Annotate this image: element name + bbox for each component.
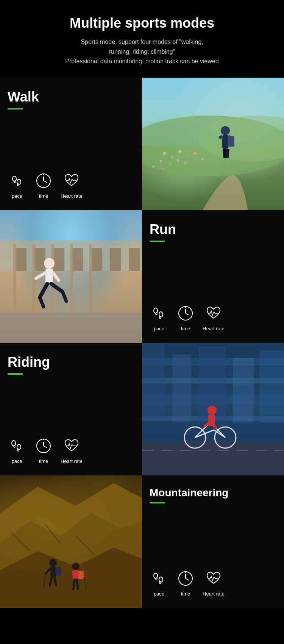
sports-grid: Walk pace time	[0, 78, 284, 608]
walk-divider	[8, 108, 23, 109]
walk-time-label: time	[39, 193, 48, 199]
heart-rate-icon-riding	[62, 436, 81, 455]
mountaineering-heartrate-item: Heart rate	[203, 569, 225, 597]
run-pace-label: pace	[154, 326, 164, 331]
riding-title: Riding	[8, 354, 134, 370]
svg-rect-113	[78, 571, 84, 579]
svg-line-59	[186, 313, 189, 315]
footsteps-icon-riding	[8, 436, 27, 455]
riding-pace-item: pace	[8, 436, 27, 464]
run-pace-item: pace	[150, 304, 169, 331]
mountaineering-pace-label: pace	[154, 591, 164, 597]
svg-line-67	[44, 446, 47, 448]
svg-line-111	[73, 580, 75, 589]
svg-rect-44	[0, 313, 142, 343]
mountaineering-divider	[150, 502, 165, 503]
svg-line-109	[73, 572, 74, 580]
svg-rect-24	[222, 135, 228, 148]
svg-point-23	[221, 126, 230, 135]
svg-point-18	[169, 163, 172, 166]
svg-rect-36	[91, 248, 102, 271]
clock-icon-riding	[34, 436, 53, 455]
mountaineering-title: Mountaineering	[150, 487, 276, 499]
mountaineering-heartrate-label: Heart rate	[203, 591, 225, 597]
heart-rate-icon-mountain	[204, 569, 223, 588]
walk-pace-label: pace	[12, 193, 22, 199]
svg-point-21	[152, 166, 154, 168]
run-image	[0, 210, 142, 343]
svg-point-13	[178, 150, 181, 153]
footsteps-icon-run	[150, 304, 169, 323]
svg-rect-35	[72, 248, 83, 271]
svg-rect-78	[259, 350, 284, 422]
svg-point-22	[161, 167, 164, 170]
riding-heartrate-label: Heart rate	[61, 458, 83, 464]
mountain-image	[0, 475, 142, 608]
walk-heartrate-item: Heart rate	[61, 171, 83, 199]
riding-time-item: time	[34, 436, 53, 464]
svg-rect-42	[70, 244, 73, 313]
walk-title: Walk	[8, 89, 134, 105]
svg-line-102	[55, 568, 56, 576]
svg-rect-105	[56, 567, 61, 575]
run-divider	[150, 241, 165, 242]
svg-rect-39	[13, 244, 16, 313]
riding-image	[142, 343, 284, 475]
run-icons-row: pace time Heart rate	[150, 304, 276, 331]
walk-info-cell: Walk pace time	[0, 78, 142, 210]
svg-point-17	[160, 160, 162, 162]
svg-rect-29	[228, 136, 234, 147]
svg-point-15	[193, 152, 197, 155]
svg-line-112	[77, 580, 78, 589]
svg-rect-46	[45, 269, 53, 284]
mountaineering-icons-row: pace time Heart rate	[150, 569, 276, 597]
footsteps-icon	[8, 171, 27, 190]
svg-rect-79	[142, 441, 284, 475]
riding-icons-row: pace time Heart rate	[8, 436, 134, 464]
footsteps-icon-mountain	[150, 569, 169, 588]
svg-point-20	[184, 161, 187, 164]
mountaineering-info-cell: Mountaineering pace time	[142, 475, 284, 608]
run-time-item: time	[176, 304, 195, 331]
run-heartrate-item: Heart rate	[203, 304, 225, 331]
riding-divider	[8, 373, 23, 375]
run-info-cell: Run pace time	[142, 210, 284, 343]
svg-rect-77	[233, 358, 254, 422]
svg-point-16	[201, 158, 204, 160]
svg-point-45	[44, 258, 55, 269]
svg-rect-43	[89, 244, 92, 313]
walk-time-item: time	[34, 171, 53, 199]
riding-pace-label: pace	[12, 458, 22, 464]
page-title: Multiple sports modes	[11, 15, 273, 31]
clock-icon-mountain	[176, 569, 195, 588]
heart-rate-icon-run	[204, 304, 223, 323]
riding-time-label: time	[39, 458, 48, 464]
mountaineering-time-item: time	[176, 569, 195, 597]
svg-point-99	[49, 559, 57, 566]
walk-heartrate-label: Heart rate	[61, 193, 83, 199]
heart-rate-icon	[62, 171, 81, 190]
svg-point-12	[171, 156, 173, 158]
svg-line-6	[44, 181, 47, 183]
header-section: Multiple sports modes Sports mode, suppo…	[0, 0, 284, 78]
riding-heartrate-item: Heart rate	[61, 436, 83, 464]
svg-rect-32	[15, 248, 27, 271]
header-description: Sports mode, support four modes of "walk…	[11, 37, 273, 66]
svg-point-19	[177, 159, 179, 161]
run-time-label: time	[181, 326, 190, 331]
run-title: Run	[150, 222, 276, 238]
svg-rect-37	[110, 248, 121, 271]
clock-icon	[34, 171, 53, 190]
run-heartrate-label: Heart rate	[203, 326, 225, 331]
walk-icons-row: pace time Heart rate	[8, 171, 134, 199]
mountaineering-pace-item: pace	[150, 569, 169, 597]
walk-image	[142, 78, 284, 210]
riding-info-cell: Riding pace time	[0, 343, 142, 475]
clock-icon-run	[176, 304, 195, 323]
svg-point-11	[163, 152, 166, 155]
svg-rect-74	[142, 343, 165, 419]
svg-line-121	[186, 578, 189, 580]
walk-pace-item: pace	[8, 171, 27, 199]
svg-point-107	[72, 563, 80, 570]
svg-point-88	[208, 406, 217, 415]
